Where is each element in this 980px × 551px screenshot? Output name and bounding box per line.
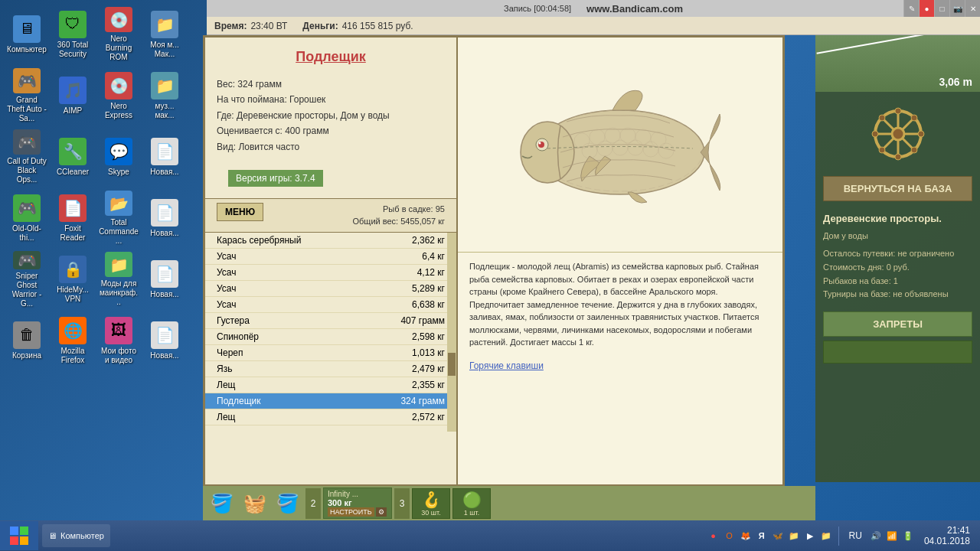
desktop-icon-4[interactable]: 🎮Grand Theft Auto - Sa...: [4, 65, 50, 126]
toolbar-cauldron[interactable]: 🪣: [207, 488, 237, 519]
desktop-icon-14[interactable]: 📂Total Commande...: [96, 187, 142, 249]
tray-ya-icon[interactable]: Я: [756, 530, 768, 542]
desktop-icon-label-2: Nero Burning ROM: [99, 34, 139, 62]
svg-point-17: [879, 147, 885, 153]
caught-line: На что поймана: Горошек: [217, 92, 445, 107]
desktop-icon-label-21: Mozilla Firefox: [53, 347, 93, 365]
desktop-icon-7[interactable]: 📁муз... мак...: [142, 65, 188, 126]
desktop-icon-17[interactable]: 🔒HideMy... VPN: [50, 249, 96, 310]
fish-list-item-6[interactable]: Спинопёр2,598 кг: [205, 329, 456, 345]
desktop-icon-img-0: 🖥: [13, 15, 41, 43]
hotkeys-link[interactable]: Горячие клавиши: [458, 357, 782, 375]
bandicam-btn-1[interactable]: ✎: [903, 0, 919, 17]
taskbar-item-computer[interactable]: 🖥Компьютер: [42, 524, 110, 547]
caught-value: Горошек: [289, 94, 325, 105]
fish-list-item-8[interactable]: Язь2,479 кг: [205, 361, 456, 377]
desktop-icon-3[interactable]: 📁Моя м... Мак...: [142, 4, 188, 65]
bait-info: Infinity ... 300 кг НАСТРОИТЬ ⚙: [323, 487, 392, 519]
tray-fox-icon[interactable]: 🦊: [740, 530, 752, 542]
info-bar: Время: 23:40 ВТ Деньги: 416 155 815 руб.: [207, 17, 980, 35]
tray-network-icon[interactable]: 📶: [886, 530, 898, 542]
svg-point-1: [892, 128, 904, 140]
tray-butterfly-icon[interactable]: 🦋: [772, 530, 784, 542]
desktop-icon-img-2: 💿: [105, 7, 132, 32]
desktop-icon-1[interactable]: 🛡360 Total Security: [50, 4, 96, 65]
clock-date: 04.01.2018: [924, 536, 970, 546]
fish-details: Вес: 324 грамм На что поймана: Горошек Г…: [205, 73, 456, 158]
fish-item-name-4: Усач: [217, 299, 236, 310]
fish-list: Карась серебряный2,362 кгУсач6,4 кгУсач4…: [205, 233, 456, 432]
back-to-base-btn[interactable]: ВЕРНУТЬСЯ НА БАЗА: [823, 176, 972, 201]
fish-illustration: [505, 68, 735, 221]
desktop-icon-11[interactable]: 📄Новая...: [142, 126, 188, 187]
desktop-icon-12[interactable]: 🎮Old-Old-thi...: [4, 187, 50, 249]
menu-btn[interactable]: МЕНЮ: [217, 203, 263, 221]
fish-item-name-7: Череп: [217, 347, 243, 358]
recording-label: Запись [00:04:58]: [504, 4, 571, 13]
toolbar-basket[interactable]: 🧺: [240, 488, 270, 519]
fish-list-item-4[interactable]: Усач6,638 кг: [205, 297, 456, 313]
desktop-icon-0[interactable]: 🖥Компьютер: [4, 4, 50, 65]
bandicam-btn-3[interactable]: □: [934, 0, 949, 17]
scrollbar-thumb[interactable]: [448, 353, 456, 376]
fish-list-item-11[interactable]: Лещ2,572 кг: [205, 409, 456, 425]
desktop-icon-18[interactable]: 📁Моды для маинкраф...: [96, 249, 142, 310]
tray-power-icon[interactable]: 🔋: [902, 530, 914, 542]
svg-point-10: [895, 108, 901, 114]
svg-point-12: [872, 131, 878, 137]
fish-list-item-9[interactable]: Лещ2,355 кг: [205, 377, 456, 393]
fish-list-item-2[interactable]: Усач4,12 кг: [205, 265, 456, 281]
fish-list-item-5[interactable]: Густера407 грамм: [205, 313, 456, 329]
desktop-icon-5[interactable]: 🎵AIMP: [50, 65, 96, 126]
desktop-icon-20[interactable]: 🗑Корзина: [4, 310, 50, 371]
taskbar: 🖥Компьютер ● O 🦊 Я 🦋 📁 ▶ 📁 RU 🔊 📶 🔋 21:4…: [0, 520, 980, 551]
fish-list-item-7[interactable]: Череп1,013 кг: [205, 345, 456, 361]
desktop-icon-22[interactable]: 🖼Мои фото и видео: [96, 310, 142, 371]
toolbar-bucket[interactable]: 🪣: [273, 488, 303, 519]
desktop-icon-19[interactable]: 📄Новая...: [142, 249, 188, 310]
fish-list-item-10[interactable]: Подлещик324 грамм: [205, 393, 456, 409]
fish-list-item-0[interactable]: Карась серебряный2,362 кг: [205, 233, 456, 249]
fish-list-item-3[interactable]: Усач5,289 кг: [205, 281, 456, 297]
setup-btn[interactable]: НАСТРОИТЬ: [328, 507, 374, 517]
fish-list-item-1[interactable]: Усач6,4 кг: [205, 249, 456, 265]
tray-folder2-icon[interactable]: 📁: [820, 530, 832, 542]
desktop-icon-img-23: 📄: [151, 321, 178, 349]
desktop-icon-13[interactable]: 📄Foxit Reader: [50, 187, 96, 249]
desktop-icon-8[interactable]: 🎮Call of Duty Black Ops...: [4, 126, 50, 187]
desktop-icon-15[interactable]: 📄Новая...: [142, 187, 188, 249]
svg-point-16: [911, 115, 917, 121]
svg-point-15: [911, 147, 917, 153]
fish-item-weight-5: 407 грамм: [400, 315, 445, 326]
bans-input[interactable]: [823, 341, 972, 364]
tray-o-icon[interactable]: O: [724, 530, 736, 542]
bandicam-btn-2[interactable]: ●: [919, 0, 934, 17]
desktop-icon-label-7: муз... мак...: [145, 102, 185, 120]
weight-value: 324 грамм: [237, 79, 282, 90]
start-button[interactable]: [0, 521, 38, 550]
time-label: Время:: [214, 21, 247, 31]
configure-btn[interactable]: ⚙: [376, 507, 387, 517]
fish-title: Подлещик: [205, 37, 456, 73]
desktop-icon-21[interactable]: 🌐Mozilla Firefox: [50, 310, 96, 371]
tray-speaker-icon[interactable]: 🔊: [870, 530, 882, 542]
tray-play-icon[interactable]: ▶: [804, 530, 816, 542]
fish-list-scrollbar[interactable]: [447, 233, 456, 432]
tray-circle-icon[interactable]: ●: [707, 530, 720, 542]
desktop-icon-16[interactable]: 🎮Sniper Ghost Warrior - G...: [4, 249, 50, 310]
desktop-icon-23[interactable]: 📄Новая...: [142, 310, 188, 371]
desktop-icon-2[interactable]: 💿Nero Burning ROM: [96, 4, 142, 65]
bans-btn[interactable]: ЗАПРЕТЫ: [823, 311, 972, 337]
money-label: Деньги:: [302, 21, 338, 31]
svg-point-11: [895, 154, 901, 160]
hook-item[interactable]: 🪝 30 шт.: [412, 488, 450, 519]
tray-folder-icon[interactable]: 📁: [788, 530, 800, 542]
fish-item-name-3: Усач: [217, 283, 236, 294]
bandicam-btn-4[interactable]: 📷: [949, 0, 965, 17]
location-val: Деревенские просторы, Дом у воды: [237, 110, 390, 121]
desktop-icon-6[interactable]: 💿Nero Express: [96, 65, 142, 126]
desktop-icon-10[interactable]: 💬Skype: [96, 126, 142, 187]
bandicam-close[interactable]: ✕: [965, 0, 980, 17]
peas-item[interactable]: 🟢 1 шт.: [452, 488, 491, 519]
desktop-icon-9[interactable]: 🔧CCleaner: [50, 126, 96, 187]
